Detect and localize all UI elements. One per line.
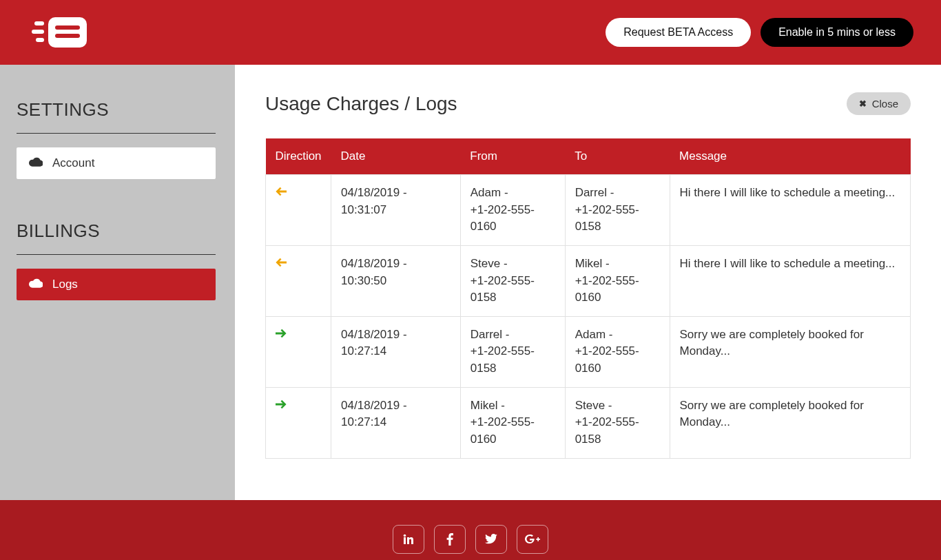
table-row: 04/18/2019 - 10:27:14Mikel - +1-202-555-… [266, 387, 911, 458]
arrow-left-icon [276, 256, 287, 270]
sidebar-heading-billings: BILLINGS [17, 220, 216, 242]
svg-rect-4 [55, 25, 80, 30]
logs-table: Direction Date From To Message 04/18/201… [265, 138, 911, 459]
svg-rect-6 [404, 537, 406, 544]
close-button[interactable]: ✖ Close [847, 92, 911, 115]
table-row: 04/18/2019 - 10:27:14Darrel - +1-202-555… [266, 316, 911, 387]
close-icon: ✖ [859, 98, 867, 109]
arrow-right-icon [276, 398, 287, 412]
sidebar-item-account[interactable]: Account [17, 147, 216, 179]
linkedin-icon[interactable] [393, 525, 424, 554]
table-row: 04/18/2019 - 10:30:50Steve - +1-202-555-… [266, 245, 911, 316]
cell-date: 04/18/2019 - 10:27:14 [331, 387, 461, 458]
sidebar: SETTINGS Account BILLINGS Logs [0, 65, 235, 500]
cell-date: 04/18/2019 - 10:30:50 [331, 245, 461, 316]
svg-rect-3 [36, 38, 44, 42]
cell-from: Mikel - +1-202-555-0160 [460, 387, 565, 458]
request-beta-button[interactable]: Request BETA Access [606, 18, 751, 47]
top-bar: Request BETA Access Enable in 5 mins or … [0, 0, 941, 65]
sidebar-item-label: Logs [52, 278, 78, 291]
cell-from: Adam - +1-202-555-0160 [460, 175, 565, 246]
sidebar-item-logs[interactable]: Logs [17, 269, 216, 300]
facebook-icon[interactable] [434, 525, 466, 554]
col-to: To [565, 138, 670, 175]
table-row: 04/18/2019 - 10:31:07Adam - +1-202-555-0… [266, 175, 911, 246]
col-direction: Direction [266, 138, 331, 175]
col-message: Message [670, 138, 910, 175]
top-buttons: Request BETA Access Enable in 5 mins or … [606, 18, 913, 47]
divider [17, 133, 216, 134]
footer: Copyright 2019, © All rights reserved. D… [0, 500, 941, 560]
cell-direction [266, 245, 331, 316]
svg-rect-2 [32, 30, 44, 34]
cell-direction [266, 387, 331, 458]
sidebar-heading-settings: SETTINGS [17, 99, 216, 121]
cell-from: Steve - +1-202-555-0158 [460, 245, 565, 316]
divider [17, 254, 216, 255]
arrow-left-icon [276, 185, 287, 199]
cloud-icon [29, 278, 43, 291]
twitter-icon[interactable] [475, 525, 507, 554]
cell-direction [266, 316, 331, 387]
cell-date: 04/18/2019 - 10:27:14 [331, 316, 461, 387]
cell-to: Darrel - +1-202-555-0158 [565, 175, 670, 246]
page-title: Usage Charges / Logs [265, 93, 457, 115]
cell-from: Darrel - +1-202-555-0158 [460, 316, 565, 387]
app-logo[interactable] [28, 12, 94, 53]
close-button-label: Close [872, 98, 898, 110]
svg-rect-5 [55, 34, 80, 38]
cell-message: Hi there I will like to schedule a meeti… [670, 245, 910, 316]
enable-button[interactable]: Enable in 5 mins or less [761, 18, 913, 47]
arrow-right-icon [276, 327, 287, 341]
svg-point-7 [404, 534, 406, 537]
cell-message: Hi there I will like to schedule a meeti… [670, 175, 910, 246]
col-date: Date [331, 138, 461, 175]
cell-direction [266, 175, 331, 246]
main-content: Usage Charges / Logs ✖ Close Direction D… [235, 65, 941, 500]
cell-to: Steve - +1-202-555-0158 [565, 387, 670, 458]
cell-message: Sorry we are completely booked for Monda… [670, 387, 910, 458]
cell-to: Adam - +1-202-555-0160 [565, 316, 670, 387]
cell-message: Sorry we are completely booked for Monda… [670, 316, 910, 387]
svg-rect-1 [34, 21, 44, 25]
cell-date: 04/18/2019 - 10:31:07 [331, 175, 461, 246]
svg-rect-0 [48, 17, 87, 48]
social-row [0, 525, 941, 554]
sidebar-item-label: Account [52, 156, 94, 170]
cloud-icon [29, 156, 43, 170]
google-plus-icon[interactable] [517, 525, 548, 554]
col-from: From [460, 138, 565, 175]
cell-to: Mikel - +1-202-555-0160 [565, 245, 670, 316]
